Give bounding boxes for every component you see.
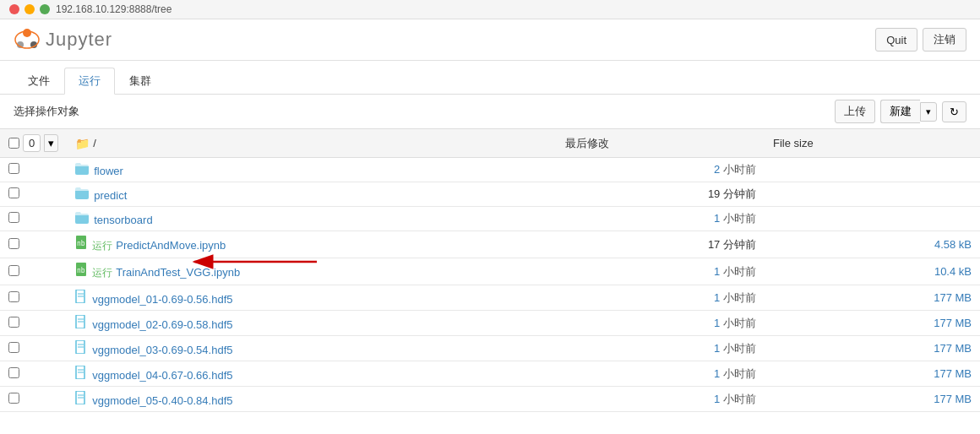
table-row: vggmodel_04-0.67-0.66.hdf51 小时前177 MB xyxy=(0,361,980,387)
folder-icon xyxy=(75,165,89,177)
row-checkbox[interactable] xyxy=(8,342,19,353)
running-badge: 运行 xyxy=(92,240,112,252)
folder-icon xyxy=(75,189,89,202)
table-row: vggmodel_03-0.69-0.54.hdf51 小时前177 MB xyxy=(0,336,980,361)
folder-icon-breadcrumb: 📁 xyxy=(75,137,90,150)
tab-cluster[interactable]: 集群 xyxy=(115,68,166,95)
svg-point-1 xyxy=(24,4,35,14)
svg-point-3 xyxy=(23,29,31,37)
table-row: nb运行PredictAndMove.ipynb17 分钟前4.58 kB xyxy=(0,231,980,258)
row-checkbox[interactable] xyxy=(8,291,19,302)
modified-header[interactable]: 最后修改 xyxy=(557,129,765,158)
name-header[interactable]: 📁 / xyxy=(67,129,557,158)
file-table: 0 ▾ 📁 / 最后修改 File size flo xyxy=(0,128,980,412)
modified-cell: 17 分钟前 xyxy=(557,231,765,258)
size-cell xyxy=(765,182,980,207)
modified-cell: 19 分钟前 xyxy=(557,182,765,207)
toolbar-right: 上传 新建 ▾ ↻ xyxy=(835,100,966,123)
new-btn-group: 新建 ▾ xyxy=(880,100,937,123)
tab-files[interactable]: 文件 xyxy=(14,68,64,95)
row-checkbox[interactable] xyxy=(8,367,19,378)
header-buttons: Quit 注销 xyxy=(875,28,966,52)
row-checkbox[interactable] xyxy=(8,187,19,198)
select-label: 选择操作对象 xyxy=(14,104,79,119)
file-icon xyxy=(75,394,87,407)
select-all-header: 0 ▾ xyxy=(0,129,67,158)
running-badge: 运行 xyxy=(92,267,112,279)
select-all-checkbox[interactable] xyxy=(8,138,19,149)
modified-cell: 1 小时前 xyxy=(557,311,765,336)
file-link[interactable]: vggmodel_03-0.69-0.54.hdf5 xyxy=(92,344,232,356)
jupyter-text: Jupyter xyxy=(46,29,112,51)
modified-cell: 2 小时前 xyxy=(557,158,765,182)
file-icon xyxy=(75,369,87,382)
modified-cell: 1 小时前 xyxy=(557,207,765,231)
table-row: flower2 小时前 xyxy=(0,158,980,182)
header: Jupyter Quit 注销 xyxy=(0,19,980,61)
file-link[interactable]: flower xyxy=(94,165,123,177)
size-cell: 10.4 kB xyxy=(765,258,980,285)
favicon xyxy=(8,3,51,15)
size-cell: 177 MB xyxy=(765,336,980,361)
breadcrumb-slash: / xyxy=(93,137,96,149)
size-cell: 177 MB xyxy=(765,311,980,336)
notebook-icon: nb xyxy=(75,239,87,252)
row-checkbox[interactable] xyxy=(8,238,19,249)
table-row: vggmodel_02-0.69-0.58.hdf51 小时前177 MB xyxy=(0,311,980,336)
file-link[interactable]: PredictAndMove.ipynb xyxy=(116,239,226,252)
jupyter-logo: Jupyter xyxy=(14,26,112,53)
file-link[interactable]: vggmodel_05-0.40-0.84.hdf5 xyxy=(92,394,232,407)
modified-cell: 1 小时前 xyxy=(557,336,765,361)
notebook-icon: nb xyxy=(75,266,87,279)
register-button[interactable]: 注销 xyxy=(923,28,966,52)
table-row: vggmodel_05-0.40-0.84.hdf51 小时前177 MB xyxy=(0,387,980,412)
refresh-button[interactable]: ↻ xyxy=(942,101,966,122)
row-checkbox[interactable] xyxy=(8,317,19,328)
table-row: vggmodel_01-0.69-0.56.hdf51 小时前177 MB xyxy=(0,285,980,311)
size-label: File size xyxy=(773,137,814,149)
file-browser: 0 ▾ 📁 / 最后修改 File size flo xyxy=(0,128,980,412)
svg-point-0 xyxy=(9,4,19,14)
file-link[interactable]: tensorboard xyxy=(94,214,152,226)
svg-point-2 xyxy=(40,4,50,14)
size-cell xyxy=(765,207,980,231)
table-row: nb运行TrainAndTest_VGG.ipynb1 小时前10.4 kB xyxy=(0,258,980,285)
file-link[interactable]: TrainAndTest_VGG.ipynb xyxy=(116,266,240,279)
quit-button[interactable]: Quit xyxy=(875,28,917,52)
row-checkbox[interactable] xyxy=(8,265,19,276)
tab-running[interactable]: 运行 xyxy=(64,68,115,95)
tabs: 文件 运行 集群 xyxy=(0,61,980,95)
file-link[interactable]: vggmodel_01-0.69-0.56.hdf5 xyxy=(92,293,232,306)
file-icon xyxy=(75,293,87,306)
table-row: tensorboard1 小时前 xyxy=(0,207,980,231)
svg-text:nb: nb xyxy=(77,240,85,247)
modified-cell: 1 小时前 xyxy=(557,258,765,285)
size-cell: 4.58 kB xyxy=(765,231,980,258)
upload-button[interactable]: 上传 xyxy=(835,100,875,123)
file-link[interactable]: predict xyxy=(94,189,127,202)
row-checkbox[interactable] xyxy=(8,212,19,223)
modified-cell: 1 小时前 xyxy=(557,285,765,311)
select-dropdown-button[interactable]: ▾ xyxy=(44,134,58,152)
table-row: predict19 分钟前 xyxy=(0,182,980,207)
row-checkbox[interactable] xyxy=(8,163,19,174)
row-checkbox[interactable] xyxy=(8,393,19,404)
new-dropdown-button[interactable]: ▾ xyxy=(920,102,937,122)
file-link[interactable]: vggmodel_02-0.69-0.58.hdf5 xyxy=(92,318,232,331)
size-cell: 177 MB xyxy=(765,285,980,311)
file-link[interactable]: vggmodel_04-0.67-0.66.hdf5 xyxy=(92,369,232,382)
title-bar: 192.168.10.129:8888/tree xyxy=(0,0,980,19)
toolbar: 选择操作对象 上传 新建 ▾ ↻ xyxy=(0,95,980,128)
svg-text:nb: nb xyxy=(77,267,85,274)
new-button[interactable]: 新建 xyxy=(880,100,920,123)
jupyter-logo-icon xyxy=(14,26,41,53)
size-cell xyxy=(765,158,980,182)
file-icon xyxy=(75,344,87,356)
folder-icon xyxy=(75,214,89,226)
url-text: 192.168.10.129:8888/tree xyxy=(56,3,172,15)
table-header-row: 0 ▾ 📁 / 最后修改 File size xyxy=(0,129,980,158)
size-header: File size xyxy=(765,129,980,158)
select-count: 0 xyxy=(23,134,41,152)
size-cell: 177 MB xyxy=(765,387,980,412)
file-icon xyxy=(75,318,87,331)
